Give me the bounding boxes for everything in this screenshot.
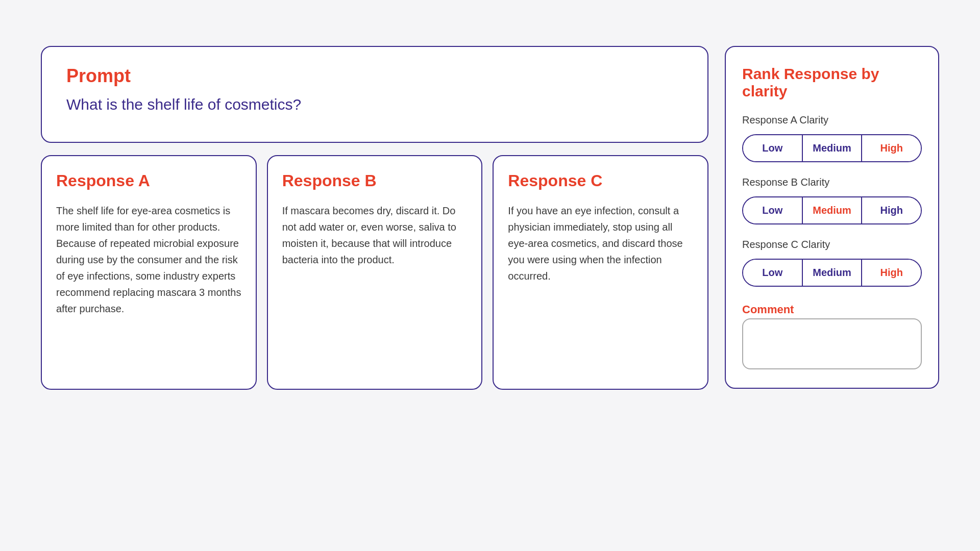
main-container: Prompt What is the shelf life of cosmeti… (41, 46, 939, 505)
response-c-body: If you have an eye infection, consult a … (508, 203, 693, 284)
responses-row: Response A The shelf life for eye-area c… (41, 155, 708, 390)
right-panel: Rank Response by clarity Response A Clar… (725, 46, 939, 389)
response-c-high-btn[interactable]: High (862, 260, 921, 286)
comment-label: Comment (742, 303, 922, 316)
response-c-title: Response C (508, 171, 693, 190)
comment-section: Comment (742, 301, 922, 369)
response-a-title: Response A (56, 171, 241, 190)
response-a-low-btn[interactable]: Low (743, 135, 803, 161)
response-card-b: Response B If mascara becomes dry, disca… (267, 155, 483, 390)
response-a-clarity-section: Response A Clarity Low Medium High (742, 114, 922, 166)
response-c-clarity-label: Response C Clarity (742, 239, 922, 251)
comment-input[interactable] (742, 318, 922, 369)
response-a-clarity-label: Response A Clarity (742, 114, 922, 126)
prompt-card: Prompt What is the shelf life of cosmeti… (41, 46, 708, 143)
response-b-low-btn[interactable]: Low (743, 197, 803, 223)
response-card-a: Response A The shelf life for eye-area c… (41, 155, 257, 390)
response-card-c: Response C If you have an eye infection,… (493, 155, 708, 390)
response-c-low-btn[interactable]: Low (743, 260, 803, 286)
response-a-body: The shelf life for eye-area cosmetics is… (56, 203, 241, 317)
response-b-high-btn[interactable]: High (862, 197, 921, 223)
response-b-body: If mascara becomes dry, discard it. Do n… (282, 203, 468, 268)
panel-title: Rank Response by clarity (742, 65, 922, 100)
response-a-medium-btn[interactable]: Medium (803, 135, 863, 161)
response-b-clarity-label: Response B Clarity (742, 177, 922, 188)
response-b-clarity-section: Response B Clarity Low Medium High (742, 177, 922, 229)
prompt-title: Prompt (66, 65, 683, 87)
response-b-title: Response B (282, 171, 468, 190)
prompt-text: What is the shelf life of cosmetics? (66, 96, 683, 113)
left-section: Prompt What is the shelf life of cosmeti… (41, 46, 708, 390)
response-c-medium-btn[interactable]: Medium (803, 260, 863, 286)
response-a-button-group: Low Medium High (742, 134, 922, 162)
response-c-clarity-section: Response C Clarity Low Medium High (742, 239, 922, 291)
response-b-button-group: Low Medium High (742, 196, 922, 224)
response-c-button-group: Low Medium High (742, 259, 922, 287)
response-b-medium-btn[interactable]: Medium (803, 197, 863, 223)
response-a-high-btn[interactable]: High (862, 135, 921, 161)
